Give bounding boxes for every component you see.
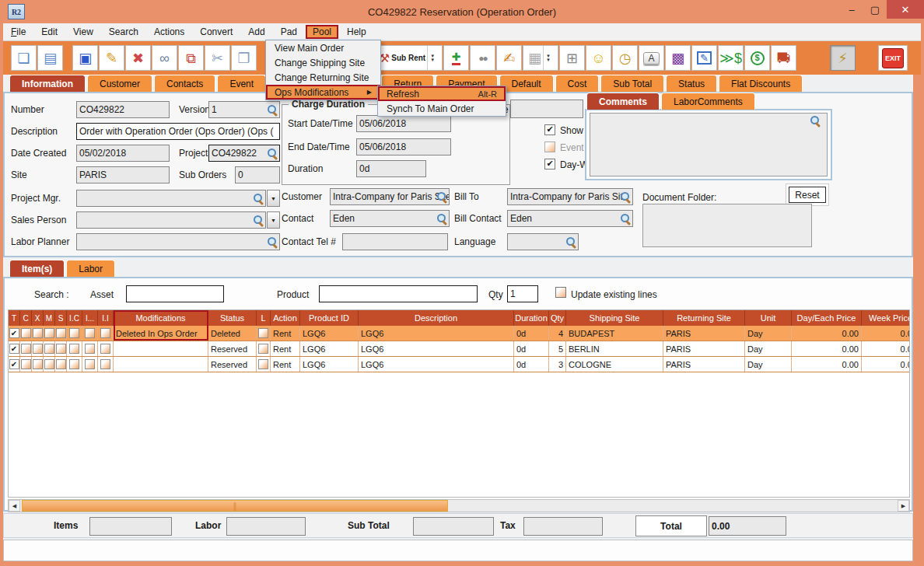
row-checkbox[interactable] [33,344,43,354]
end-date-field[interactable]: 05/06/2018 [356,138,451,155]
col-header-duration[interactable]: Duration [514,310,549,326]
cell-day-each-price[interactable]: 0.00 [792,326,862,341]
menu-convert[interactable]: Convert [193,25,240,39]
row-checkbox[interactable] [100,328,110,338]
product-input[interactable] [319,285,478,302]
reset-button[interactable]: Reset [789,187,826,203]
delete-button[interactable]: ✖ [125,45,151,71]
customer-lookup-icon[interactable] [436,191,448,203]
col-header-l[interactable]: L [257,310,271,326]
copy-button[interactable]: ❐ [231,45,257,71]
cell-unit[interactable]: Day [745,326,792,341]
obscured-field[interactable] [510,100,583,118]
document-folder-box[interactable] [642,204,812,247]
tab-laborcomments[interactable]: LaborComments [661,93,755,110]
row-checkbox-checked[interactable] [9,359,19,369]
project-mgr-field[interactable] [76,190,266,207]
description-field[interactable]: Order with Operation Order (Ops Order) (… [76,123,280,140]
cell-modifications[interactable]: Deleted In Ops Order [114,326,208,341]
tab-labor[interactable]: Labor [66,260,115,277]
cell-week-price[interactable]: 0.00 [862,357,910,372]
sales-person-dropdown-button[interactable] [267,211,280,229]
cell-description[interactable]: LGQ6 [359,341,514,356]
cell-unit[interactable]: Day [745,357,792,372]
row-checkbox[interactable] [44,359,54,369]
project-field[interactable]: CO429822 [208,145,280,162]
dollar-notes-button[interactable]: $ [744,45,770,71]
cut-button[interactable]: ✂ [205,45,230,71]
menu-edit[interactable]: Edit [34,25,65,39]
row-checkbox[interactable] [44,328,54,338]
minimize-button[interactable]: – [840,0,863,19]
labor-planner-field[interactable] [76,233,280,250]
cell-returning-site[interactable]: PARIS [663,357,745,372]
cell-product-id[interactable]: LGQ6 [300,326,359,341]
row-checkbox[interactable] [69,359,79,369]
row-checkbox[interactable] [21,344,31,354]
cell-description[interactable]: LGQ6 [359,326,514,341]
spinner-down-icon[interactable] [427,46,437,70]
pool-menu-item-view-main-order[interactable]: View Main Order [266,40,380,55]
bill-to-lookup-icon[interactable] [620,191,632,203]
row-checkbox[interactable] [21,359,31,369]
cell-modifications[interactable] [114,341,208,356]
cell-status[interactable]: Reserved [208,357,257,372]
row-checkbox[interactable] [85,344,95,354]
note-edit-button[interactable]: ✎ [691,45,717,71]
cell-description[interactable]: LGQ6 [359,357,514,372]
cell-status[interactable]: Reserved [208,341,257,356]
tab-cost[interactable]: Cost [555,75,600,92]
row-checkbox[interactable] [69,328,79,338]
number-field[interactable]: CO429822 [76,101,170,118]
contact-tel-field[interactable] [342,233,448,250]
cell-day-each-price[interactable]: 0.00 [792,341,862,356]
qty-input[interactable]: 1 [507,285,538,302]
col-header-week-price[interactable]: Week Price [862,310,910,326]
start-date-field[interactable]: 05/06/2018 [356,115,451,132]
contact-lookup-icon[interactable] [436,213,448,225]
cell-product-id[interactable]: LGQ6 [300,341,359,356]
menu-pad[interactable]: Pad [274,25,304,39]
scrollbar-thumb[interactable] [22,500,448,512]
col-header-status[interactable]: Status [208,310,257,326]
menu-pool[interactable]: Pool [306,25,338,39]
update-existing-lines-checkbox[interactable] [555,287,566,298]
tab-contacts[interactable]: Contacts [154,75,215,92]
notes-pencil-button[interactable]: ✍ [496,45,522,71]
menu-actions[interactable]: Actions [147,25,191,39]
cell-duration[interactable]: 0d [514,357,549,372]
row-checkbox[interactable] [85,328,95,338]
menu-add[interactable]: Add [241,25,271,39]
pool-menu-item-change-shipping-site[interactable]: Change Shipping Site [266,55,380,70]
cell-returning-site[interactable]: PARIS [663,326,745,341]
table-row[interactable]: ReservedRentLGQ6LGQ60d3COLOGNEPARISDay0.… [9,357,909,372]
project-mgr-lookup-icon[interactable] [253,193,264,204]
cell-action[interactable]: Rent [271,326,300,341]
pool-menu-item-ops-modifications[interactable]: Ops Modifications▶ [266,85,380,100]
tab-default[interactable]: Default [499,75,554,92]
row-checkbox-checked[interactable] [9,344,19,354]
tab-comments[interactable]: Comments [586,93,660,110]
project-lookup-icon[interactable] [267,148,278,159]
col-header-description[interactable]: Description [359,310,514,326]
row-checkbox[interactable] [56,344,66,354]
row-checkbox[interactable] [33,328,43,338]
date-created-field[interactable]: 05/02/2018 [76,145,170,162]
tab-event[interactable]: Event [217,75,266,92]
sub-orders-field[interactable]: 0 [235,166,280,183]
sales-person-field[interactable] [76,211,266,229]
horizontal-scrollbar[interactable] [8,499,910,512]
row-checkbox-checked[interactable] [9,328,19,338]
exit-button[interactable]: EXIT [878,45,908,71]
l-checkbox[interactable] [258,359,268,369]
row-checkbox[interactable] [85,359,95,369]
col-header-x[interactable]: X [32,310,44,326]
save-button[interactable]: ▣ [72,45,98,71]
cell-returning-site[interactable]: PARIS [663,341,745,356]
row-checkbox[interactable] [33,359,43,369]
col-header-ii[interactable]: I.I [98,310,114,326]
row-checkbox[interactable] [44,344,54,354]
col-header-returning-site[interactable]: Returning Site [663,310,745,326]
row-checkbox[interactable] [100,359,110,369]
cell-status[interactable]: Deleted [208,326,257,341]
